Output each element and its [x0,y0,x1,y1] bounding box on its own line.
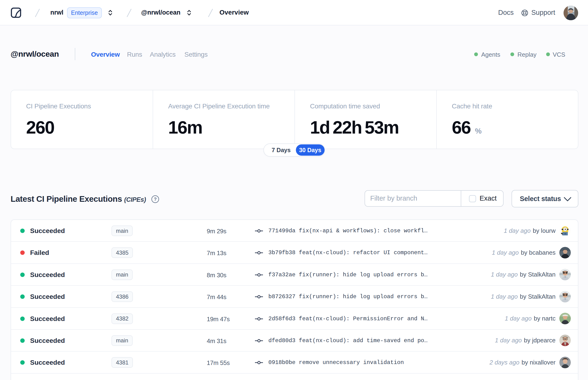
svg-text:?: ? [154,197,157,202]
